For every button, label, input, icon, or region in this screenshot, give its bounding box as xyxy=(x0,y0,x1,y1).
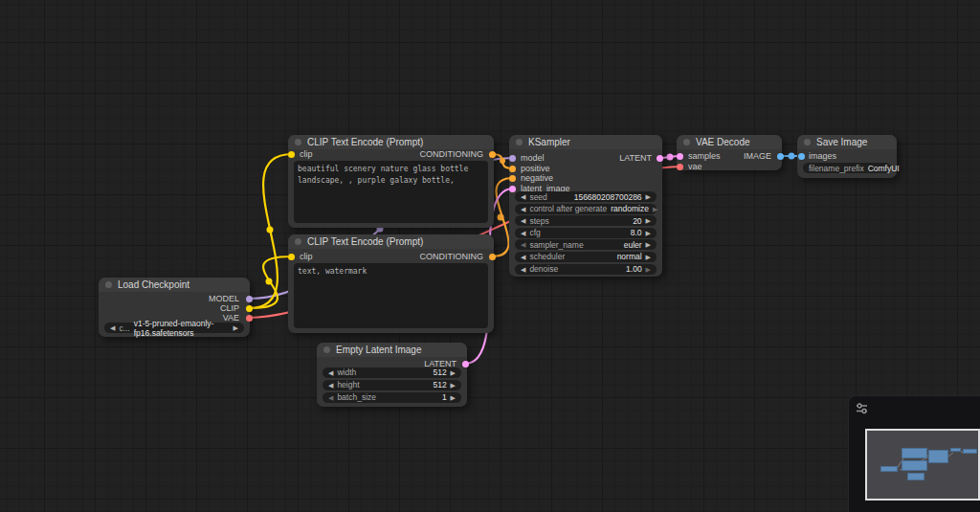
scheduler-widget[interactable]: ◀ scheduler normal ▶ xyxy=(515,252,657,262)
prev-arrow-icon[interactable]: ◀ xyxy=(328,382,333,389)
output-label-model: MODEL xyxy=(209,295,239,303)
prev-arrow-icon[interactable]: ◀ xyxy=(521,266,525,273)
output-port-vae[interactable] xyxy=(246,315,253,322)
node-title: Empty Latent Image xyxy=(336,345,422,355)
prev-arrow-icon[interactable]: ◀ xyxy=(521,230,525,236)
prev-arrow-icon[interactable]: ◀ xyxy=(110,324,115,331)
link-midpoint-dot xyxy=(500,158,505,164)
collapse-dot-icon[interactable] xyxy=(323,346,330,353)
cfg-widget[interactable]: ◀ cfg 8.0 ▶ xyxy=(515,228,657,238)
node-title-bar[interactable]: Empty Latent Image xyxy=(317,343,467,357)
next-arrow-icon[interactable]: ▶ xyxy=(646,230,651,236)
next-arrow-icon[interactable]: ▶ xyxy=(646,266,651,273)
prev-arrow-icon[interactable]: ◀ xyxy=(521,217,525,224)
next-arrow-icon[interactable]: ▶ xyxy=(451,394,456,401)
output-port-image[interactable] xyxy=(777,153,784,160)
link-clip-negative xyxy=(249,256,292,308)
output-port-latent[interactable] xyxy=(462,361,469,367)
node-save-image[interactable]: Save Image images filename_prefix ComfyU… xyxy=(797,135,897,178)
next-arrow-icon[interactable]: ▶ xyxy=(646,193,651,200)
prompt-text-area[interactable]: text, watermark xyxy=(294,263,488,328)
prev-arrow-icon[interactable]: ◀ xyxy=(521,241,525,248)
denoise-widget[interactable]: ◀ denoise 1.00 ▶ xyxy=(515,264,657,275)
output-port-clip[interactable] xyxy=(246,305,253,312)
input-port-clip[interactable] xyxy=(288,254,295,260)
node-title-bar[interactable]: KSampler xyxy=(509,135,662,149)
collapse-dot-icon[interactable] xyxy=(295,238,301,245)
input-port-images[interactable] xyxy=(798,153,805,160)
prev-arrow-icon[interactable]: ◀ xyxy=(521,206,525,212)
filename-prefix-widget[interactable]: filename_prefix ComfyUI xyxy=(803,163,891,173)
node-empty-latent-image[interactable]: Empty Latent Image LATENT ◀ width 512 ▶ … xyxy=(317,343,467,407)
output-label-image: IMAGE xyxy=(744,152,771,161)
output-port-model[interactable] xyxy=(246,296,253,302)
node-title-bar[interactable]: CLIP Text Encode (Prompt) xyxy=(288,234,494,249)
node-ksampler[interactable]: KSampler model positive negative latent_… xyxy=(509,135,662,277)
height-widget[interactable]: ◀ height 512 ▶ xyxy=(323,380,461,390)
input-port-samples[interactable] xyxy=(677,153,683,160)
collapse-dot-icon[interactable] xyxy=(295,139,301,145)
output-port-conditioning[interactable] xyxy=(489,151,496,158)
next-arrow-icon[interactable]: ▶ xyxy=(646,217,651,224)
widget-label: filename_prefix xyxy=(809,164,864,173)
output-label-conditioning: CONDITIONING xyxy=(420,150,484,159)
node-load-checkpoint[interactable]: Load Checkpoint MODEL CLIP VAE ◀ c... v1… xyxy=(99,278,250,337)
collapse-dot-icon[interactable] xyxy=(804,139,811,145)
prev-arrow-icon[interactable]: ◀ xyxy=(521,193,525,200)
input-port-negative[interactable] xyxy=(509,175,516,182)
control-after-generate-widget[interactable]: ◀ control after generate randomize ▶ xyxy=(515,204,657,214)
next-arrow-icon[interactable]: ▶ xyxy=(653,206,657,212)
collapse-dot-icon[interactable] xyxy=(516,139,523,145)
next-arrow-icon[interactable]: ▶ xyxy=(451,382,456,389)
prompt-text-area[interactable]: beautiful scenery nature glass bottle la… xyxy=(294,161,488,223)
prev-arrow-icon[interactable]: ◀ xyxy=(328,394,333,401)
node-title-bar[interactable]: VAE Decode xyxy=(677,135,782,149)
output-label-clip: CLIP xyxy=(220,304,239,313)
widget-value: randomize xyxy=(611,204,649,213)
batch-size-widget[interactable]: ◀ batch_size 1 ▶ xyxy=(323,392,461,403)
collapse-dot-icon[interactable] xyxy=(105,281,112,288)
widget-value: 512 xyxy=(360,367,446,377)
widget-label: c... xyxy=(119,323,129,333)
seed-widget[interactable]: ◀ seed 156680208700286 ▶ xyxy=(515,191,657,202)
input-label-images: images xyxy=(809,152,836,161)
link-midpoint-dot xyxy=(498,214,504,221)
input-label-model: model xyxy=(521,154,545,163)
node-clip-text-encode-positive[interactable]: CLIP Text Encode (Prompt) clip CONDITION… xyxy=(288,135,494,228)
input-port-positive[interactable] xyxy=(509,166,516,172)
input-port-model[interactable] xyxy=(509,155,516,162)
widget-value: 1 xyxy=(380,392,447,402)
prev-arrow-icon[interactable]: ◀ xyxy=(328,369,333,376)
node-vae-decode[interactable]: VAE Decode samples vae IMAGE xyxy=(677,135,782,170)
sampler-name-widget[interactable]: ◀ sampler_name euler ▶ xyxy=(515,239,657,250)
widget-value: 1.00 xyxy=(562,264,641,274)
node-title-bar[interactable]: Load Checkpoint xyxy=(99,278,250,292)
collapse-dot-icon[interactable] xyxy=(683,139,690,145)
prev-arrow-icon[interactable]: ◀ xyxy=(521,254,525,260)
width-widget[interactable]: ◀ width 512 ▶ xyxy=(323,367,461,378)
input-port-clip[interactable] xyxy=(288,151,295,158)
node-title-bar[interactable]: CLIP Text Encode (Prompt) xyxy=(288,135,494,149)
widget-label: denoise xyxy=(529,264,558,274)
steps-widget[interactable]: ◀ steps 20 ▶ xyxy=(515,215,657,226)
next-arrow-icon[interactable]: ▶ xyxy=(646,241,651,248)
sliders-icon[interactable] xyxy=(856,402,868,414)
node-title: KSampler xyxy=(528,137,570,147)
input-port-vae[interactable] xyxy=(677,164,683,170)
minimap-node xyxy=(902,448,927,458)
widget-label: cfg xyxy=(529,228,540,237)
output-port-conditioning[interactable] xyxy=(489,254,496,260)
input-port-latent-image[interactable] xyxy=(509,186,516,192)
minimap-panel[interactable] xyxy=(848,395,980,512)
node-title-bar[interactable]: Save Image xyxy=(797,135,897,149)
node-graph-canvas[interactable]: Load Checkpoint MODEL CLIP VAE ◀ c... v1… xyxy=(0,0,980,512)
next-arrow-icon[interactable]: ▶ xyxy=(451,369,456,376)
minimap[interactable] xyxy=(865,429,980,501)
next-arrow-icon[interactable]: ▶ xyxy=(646,254,651,260)
widget-value: 512 xyxy=(364,380,447,390)
ckpt-name-widget[interactable]: ◀ c... v1-5-pruned-emaonly-fp16.safetens… xyxy=(104,323,244,333)
widget-label: steps xyxy=(529,216,548,226)
next-arrow-icon[interactable]: ▶ xyxy=(234,324,238,331)
output-port-latent[interactable] xyxy=(657,155,663,162)
node-clip-text-encode-negative[interactable]: CLIP Text Encode (Prompt) clip CONDITION… xyxy=(288,234,494,333)
